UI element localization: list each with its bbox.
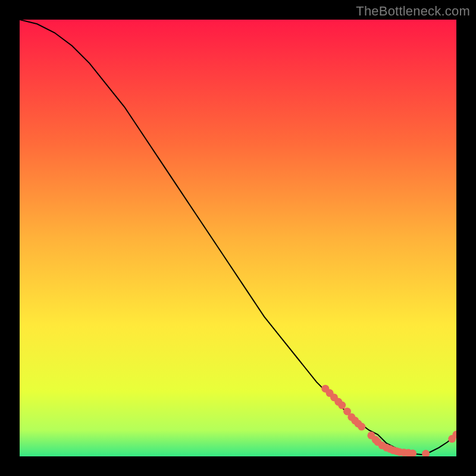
watermark-text: TheBottleneck.com <box>356 4 470 19</box>
chart-stage: TheBottleneck.com <box>0 0 476 476</box>
data-point <box>358 423 365 431</box>
data-point <box>338 402 346 409</box>
chart-svg <box>20 20 456 456</box>
plot-area <box>20 20 456 456</box>
gradient-background <box>20 20 456 456</box>
